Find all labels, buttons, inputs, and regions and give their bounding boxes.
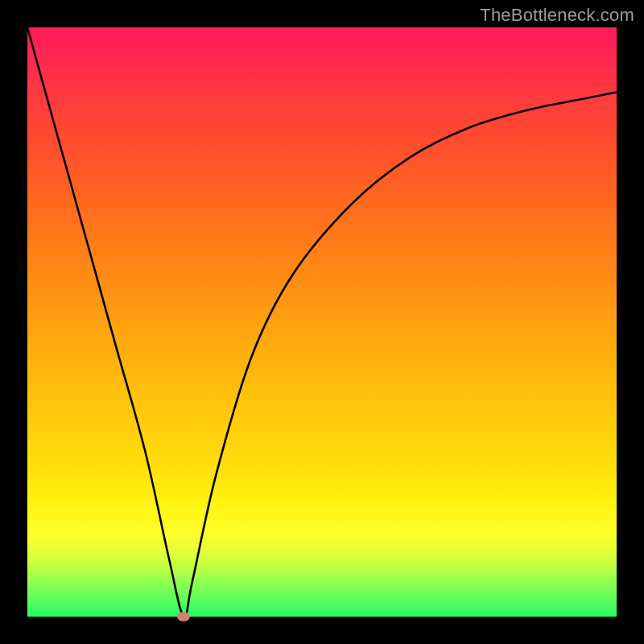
plot-area	[27, 27, 617, 617]
watermark-text: TheBottleneck.com	[480, 5, 634, 26]
chart-frame: TheBottleneck.com	[0, 0, 644, 644]
bottleneck-curve	[27, 27, 617, 617]
minimum-point-marker	[177, 612, 190, 621]
